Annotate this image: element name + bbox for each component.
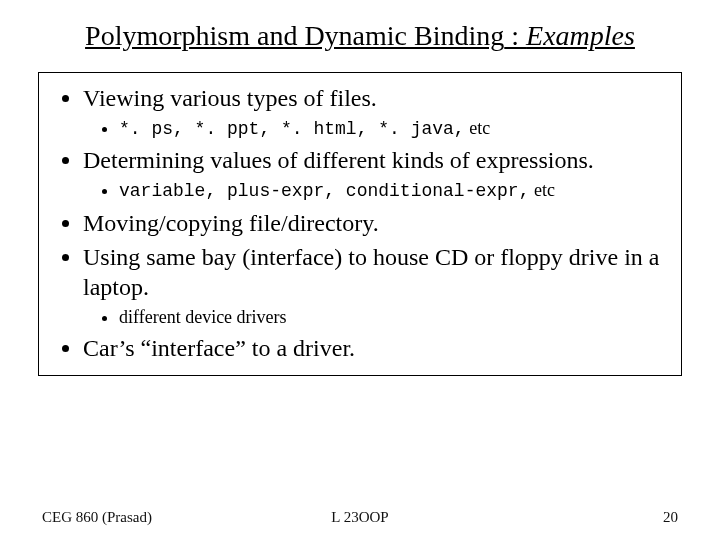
title-sep: : [504,20,526,51]
list-item: Moving/copying file/directory. [83,208,673,238]
list-item: different device drivers [119,306,673,329]
footer-right: 20 [663,509,678,526]
sub-plain: different device drivers [119,307,287,327]
title-main: Polymorphism and Dynamic Binding [85,20,504,51]
bullet-list: Viewing various types of files. *. ps, *… [47,83,673,363]
list-item: variable, plus-expr, conditional-expr, e… [119,179,673,203]
bullet-text: Using same bay (interface) to house CD o… [83,244,660,300]
bullet-text: Determining values of different kinds of… [83,147,594,173]
sub-mono: *. ps, *. ppt, *. html, *. java, [119,119,465,139]
footer-center: L 23OOP [0,509,720,526]
slide-title: Polymorphism and Dynamic Binding : Examp… [0,0,720,58]
content-box: Viewing various types of files. *. ps, *… [38,72,682,376]
sub-after: etc [529,180,554,200]
list-item: *. ps, *. ppt, *. html, *. java, etc [119,117,673,141]
list-item: Viewing various types of files. *. ps, *… [83,83,673,141]
bullet-text: Viewing various types of files. [83,85,377,111]
sub-after: etc [465,118,490,138]
bullet-text: Moving/copying file/directory. [83,210,379,236]
list-item: Using same bay (interface) to house CD o… [83,242,673,329]
list-item: Determining values of different kinds of… [83,145,673,203]
sub-mono: variable, plus-expr, conditional-expr, [119,181,529,201]
slide: Polymorphism and Dynamic Binding : Examp… [0,0,720,540]
list-item: Car’s “interface” to a driver. [83,333,673,363]
title-examples: Examples [526,20,635,51]
bullet-text: Car’s “interface” to a driver. [83,335,355,361]
